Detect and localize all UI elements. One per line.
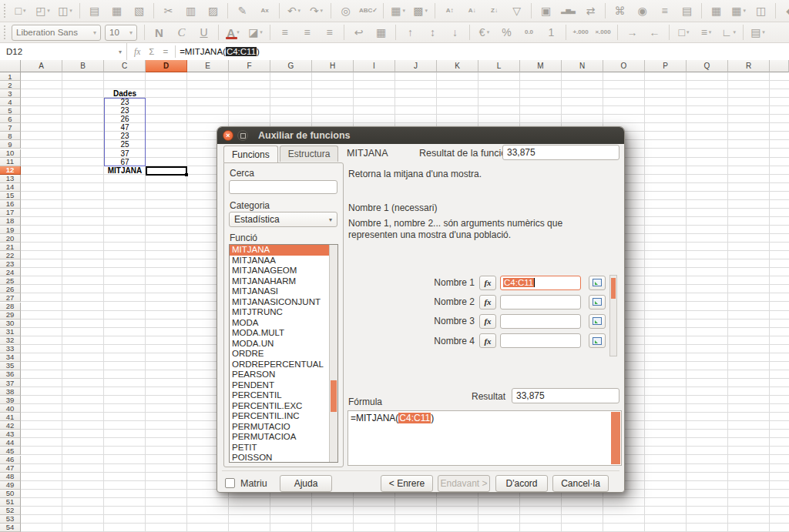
arguments-scrollbar[interactable]	[609, 275, 617, 356]
row-header-6[interactable]: 6	[0, 115, 21, 123]
column-header-A[interactable]: A	[21, 60, 62, 72]
function-list-item[interactable]: PERCENTIL.EXC	[230, 401, 337, 412]
chevron-down-icon[interactable]: ▾	[93, 29, 96, 36]
column-header-R[interactable]: R	[728, 60, 770, 72]
shrink-button[interactable]	[589, 314, 606, 329]
argument-input[interactable]	[500, 295, 581, 309]
row-header-5[interactable]: 5	[0, 106, 21, 115]
row-header-19[interactable]: 19	[0, 226, 21, 234]
bold-button[interactable]: N	[148, 24, 170, 41]
row-header-43[interactable]: 43	[0, 430, 21, 438]
select-all-corner[interactable]	[0, 60, 21, 72]
insert-row-button[interactable]: ▦▾	[387, 2, 409, 19]
matrix-checkbox[interactable]	[225, 478, 235, 488]
function-list-item[interactable]: MITJTRUNC	[230, 307, 337, 318]
column-header-N[interactable]: N	[562, 60, 603, 72]
cut-button[interactable]: ✂	[157, 2, 180, 19]
argument-input[interactable]	[500, 333, 581, 348]
column-header-J[interactable]: J	[395, 60, 437, 72]
function-list-item[interactable]: MODA.UN	[230, 339, 337, 350]
chevron-down-icon[interactable]: ▾	[237, 29, 240, 35]
toolbar-grip[interactable]	[4, 4, 5, 18]
spelling-button[interactable]: ABC✓	[357, 2, 380, 19]
function-list-item[interactable]: PENDENT	[230, 380, 337, 391]
row-header-28[interactable]: 28	[0, 303, 21, 311]
formula-input[interactable]: =MITJANA(C4:C11)	[176, 43, 260, 60]
chevron-down-icon[interactable]: ▾	[734, 29, 737, 35]
column-header-E[interactable]: E	[187, 60, 229, 72]
row-header-33[interactable]: 33	[0, 345, 21, 353]
row-header-38[interactable]: 38	[0, 387, 21, 396]
row-header-16[interactable]: 16	[0, 200, 21, 209]
row-header-25[interactable]: 25	[0, 276, 21, 285]
function-list-item[interactable]: PERMUTACIOA	[230, 432, 337, 443]
insert-image-button[interactable]: ▣	[535, 2, 557, 19]
function-list-item[interactable]: PERCENTIL	[230, 390, 337, 401]
paste-button[interactable]: ▨	[202, 2, 224, 19]
chevron-down-icon[interactable]: ▾	[23, 8, 26, 14]
function-list-item[interactable]: PERMUTACIO	[230, 422, 337, 433]
maximize-icon[interactable]	[237, 130, 248, 141]
column-header-P[interactable]: P	[645, 60, 687, 72]
row-header-42[interactable]: 42	[0, 421, 21, 430]
insert-chart-button[interactable]: ▂▅▃	[557, 2, 579, 19]
align-center-button[interactable]: ≡	[296, 24, 318, 41]
export-pdf-button[interactable]: ▤	[83, 2, 106, 19]
highlight-color-button[interactable]: ◪▾	[244, 24, 267, 41]
function-list-item[interactable]: MODA.MULT	[230, 328, 337, 339]
column-header-G[interactable]: G	[270, 60, 312, 72]
column-header-L[interactable]: L	[478, 60, 520, 72]
column-header-I[interactable]: I	[354, 60, 395, 72]
tab-estructura[interactable]: Estructura	[280, 146, 339, 162]
column-header-F[interactable]: F	[229, 60, 270, 72]
open-folder-button[interactable]: ◰▾	[32, 2, 54, 19]
decrease-indent-button[interactable]: ←	[643, 24, 666, 41]
new-document-button[interactable]: □▾	[9, 2, 32, 19]
format-percent-button[interactable]: %	[495, 24, 518, 41]
equals-icon[interactable]: =	[163, 47, 168, 56]
row-header-51[interactable]: 51	[0, 498, 21, 507]
row-header-14[interactable]: 14	[0, 183, 21, 192]
cancel-button[interactable]: Cancel·la	[552, 475, 609, 492]
print-button[interactable]: ▦	[106, 2, 128, 19]
close-icon[interactable]: ×	[223, 130, 233, 141]
chevron-down-icon[interactable]: ▾	[425, 8, 428, 14]
row-header-26[interactable]: 26	[0, 285, 21, 293]
font-name-combo[interactable]: Liberation Sans ▾	[12, 25, 101, 41]
row-header-12[interactable]: 12	[0, 166, 21, 175]
row-header-9[interactable]: 9	[0, 140, 21, 149]
align-right-button[interactable]: ≡	[318, 24, 341, 41]
dialog-titlebar[interactable]: × Auxiliar de funcions	[217, 127, 624, 144]
freeze-panes-button[interactable]: ▦	[705, 2, 727, 19]
row-header-41[interactable]: 41	[0, 413, 21, 421]
chevron-down-icon[interactable]: ▾	[402, 8, 405, 14]
font-size-combo[interactable]: 10 ▾	[105, 25, 137, 41]
column-header-Q[interactable]: Q	[687, 60, 728, 72]
print-preview-button[interactable]: ▧	[128, 2, 150, 19]
row-header-3[interactable]: 3	[0, 89, 21, 98]
function-list-item[interactable]: MITJANA	[230, 245, 337, 256]
row-header-10[interactable]: 10	[0, 149, 21, 158]
redo-button[interactable]: ↷▾	[305, 2, 327, 19]
wrap-text-button[interactable]: ↩	[347, 24, 370, 41]
function-list-scrollbar[interactable]	[329, 245, 337, 462]
row-header-37[interactable]: 37	[0, 379, 21, 387]
border-color-button[interactable]: ∟▾	[717, 24, 740, 41]
row-header-31[interactable]: 31	[0, 328, 21, 336]
formula-textarea[interactable]: =MITJANA(C4:C11)	[347, 410, 622, 466]
draw-functions-button[interactable]: ◆	[779, 2, 789, 19]
row-header-18[interactable]: 18	[0, 217, 21, 226]
argument-fx-button[interactable]: fx	[479, 295, 496, 309]
save-button[interactable]: ◫▾	[54, 2, 76, 19]
argument-fx-button[interactable]: fx	[479, 314, 496, 329]
row-header-34[interactable]: 34	[0, 353, 21, 362]
shrink-button[interactable]	[589, 295, 606, 309]
function-list-item[interactable]: POISSON	[230, 453, 337, 463]
split-window-button[interactable]: ◫	[750, 2, 772, 19]
argument-input[interactable]	[500, 314, 581, 329]
row-header-15[interactable]: 15	[0, 192, 21, 200]
headers-footers-button[interactable]: ▤	[676, 2, 698, 19]
back-button[interactable]: < Enrere	[381, 475, 433, 492]
function-list-item[interactable]: ORDREPERCENTUAL	[230, 360, 337, 370]
align-bottom-button[interactable]: ↓	[444, 24, 466, 41]
